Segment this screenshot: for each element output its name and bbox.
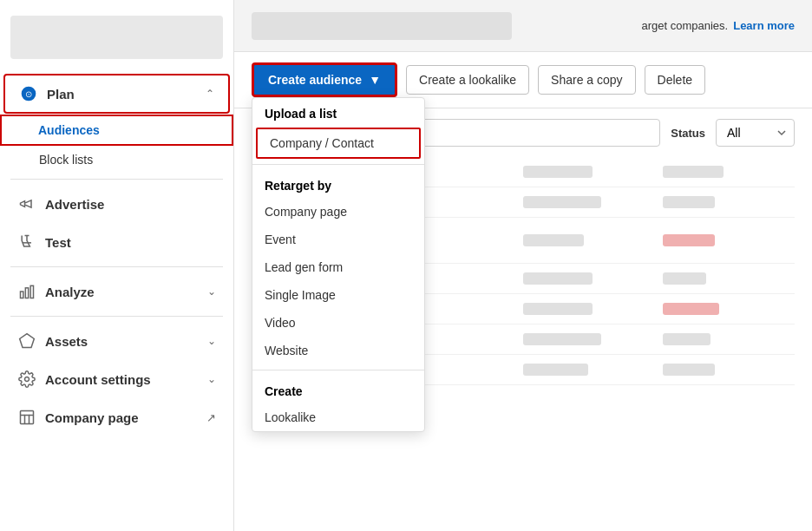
dropdown-company-page-item[interactable]: Company page (252, 198, 424, 226)
dropdown-company-contact-item[interactable]: Company / Contact (256, 128, 421, 159)
row-extra-cell (663, 333, 792, 345)
divider-2 (10, 266, 223, 267)
row-extra-cell (663, 196, 792, 208)
row-status-cell (523, 333, 652, 345)
svg-text:⊙: ⊙ (25, 89, 32, 99)
create-audience-label: Create audience (268, 73, 362, 87)
row-status-cell (523, 272, 652, 285)
diamond-icon (17, 331, 36, 351)
gear-icon (17, 370, 36, 389)
sidebar-account-settings-label: Account settings (45, 372, 207, 387)
row-status-cell (523, 303, 652, 315)
sidebar-item-analyze[interactable]: Analyze ⌄ (3, 273, 230, 310)
sidebar-item-blocklists[interactable]: Block lists (0, 146, 233, 174)
row-extra-cell (663, 166, 792, 178)
row-status-cell (523, 364, 652, 376)
row-extra-cell (663, 234, 792, 246)
svg-marker-6 (20, 334, 35, 348)
dropdown-website-item[interactable]: Website (252, 337, 424, 364)
dropdown-event-item[interactable]: Event (252, 226, 424, 253)
row-status-cell (523, 234, 652, 246)
divider-1 (10, 179, 223, 180)
sidebar-advertise-label: Advertise (45, 197, 216, 212)
create-audience-dropdown: Upload a list Company / Contact Retarget… (252, 97, 425, 432)
sidebar-item-test[interactable]: Test (3, 224, 230, 260)
share-copy-button[interactable]: Share a copy (538, 65, 636, 95)
company-contact-label: Company / Contact (270, 136, 374, 150)
sidebar-analyze-label: Analyze (45, 285, 207, 299)
learn-more-link[interactable]: Learn more (733, 19, 795, 32)
dropdown-lead-gen-form-item[interactable]: Lead gen form (252, 253, 424, 281)
status-label: Status (671, 127, 705, 140)
svg-rect-5 (30, 285, 33, 298)
create-lookalike-label: Create a lookalike (419, 73, 516, 87)
svg-rect-3 (21, 292, 23, 298)
toolbar: Create audience ▼ Create a lookalike Sha… (234, 52, 812, 108)
sidebar-item-assets[interactable]: Assets ⌄ (3, 323, 230, 359)
sidebar-item-plan[interactable]: ⊙ Plan ⌃ (3, 74, 230, 114)
dropdown-lookalike-item[interactable]: Lookalike (252, 403, 424, 431)
row-extra-cell (663, 272, 792, 285)
analyze-chevron-icon: ⌄ (207, 285, 216, 298)
create-lookalike-button[interactable]: Create a lookalike (406, 65, 529, 95)
delete-button[interactable]: Delete (645, 65, 705, 95)
svg-point-7 (25, 377, 29, 382)
row-status-cell (523, 166, 652, 178)
top-bar: arget companies. Learn more (234, 0, 812, 52)
topbar-info-text: arget companies. (641, 19, 728, 32)
share-copy-label: Share a copy (551, 73, 623, 87)
row-extra-cell (663, 303, 792, 315)
row-extra-cell (663, 364, 792, 376)
delete-label: Delete (658, 73, 692, 87)
sidebar-assets-label: Assets (45, 334, 207, 349)
dropdown-retarget-header: Retarget by (252, 170, 424, 198)
company-page-external-icon: ↗ (206, 411, 216, 424)
divider-3 (10, 316, 223, 317)
status-select[interactable]: All Active Inactive (716, 119, 795, 147)
sidebar-item-account-settings[interactable]: Account settings ⌄ (3, 361, 230, 397)
flask-icon (17, 233, 36, 252)
dropdown-single-image-item[interactable]: Single Image (252, 281, 424, 309)
barchart-icon (17, 282, 36, 301)
dropdown-upload-header: Upload a list (252, 98, 424, 126)
dropdown-video-item[interactable]: Video (252, 309, 424, 337)
plan-chevron-icon: ⌃ (206, 88, 214, 100)
dropdown-arrow-icon: ▼ (369, 73, 381, 87)
top-bar-logo (252, 12, 512, 40)
dropdown-divider-1 (252, 164, 424, 165)
create-audience-button[interactable]: Create audience ▼ (252, 62, 397, 97)
audiences-label: Audiences (38, 123, 100, 137)
row-status-cell (523, 196, 652, 208)
megaphone-icon (17, 194, 36, 213)
sidebar-item-company-page[interactable]: Company page ↗ (3, 399, 230, 436)
building-icon (17, 408, 36, 427)
sidebar-logo (10, 16, 223, 59)
blocklists-label: Block lists (39, 153, 93, 167)
assets-chevron-icon: ⌄ (207, 335, 216, 347)
main-content: arget companies. Learn more Create audie… (234, 0, 812, 531)
dropdown-divider-2 (252, 370, 424, 370)
sidebar-item-audiences[interactable]: Audiences (0, 115, 233, 146)
dropdown-create-header: Create (252, 376, 424, 403)
sidebar-plan-label: Plan (47, 87, 206, 102)
svg-rect-4 (25, 288, 28, 298)
sidebar-company-page-label: Company page (45, 410, 206, 425)
compass-icon: ⊙ (19, 84, 38, 103)
svg-rect-8 (21, 411, 34, 424)
sidebar-test-label: Test (45, 235, 216, 250)
account-settings-chevron-icon: ⌄ (207, 373, 216, 385)
sidebar: ⊙ Plan ⌃ Audiences Block lists Advertise… (0, 0, 234, 531)
sidebar-item-advertise[interactable]: Advertise (3, 186, 230, 222)
